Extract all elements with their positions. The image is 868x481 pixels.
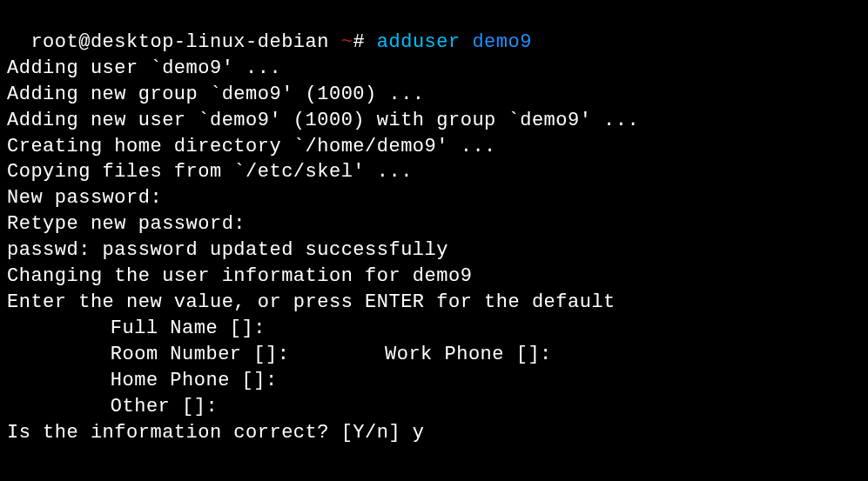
field-label: Other []: xyxy=(111,396,218,418)
prompt-tilde: ~ xyxy=(341,31,353,53)
field-other: Other []: xyxy=(7,394,861,420)
field-label: Home Phone []: xyxy=(111,370,278,391)
output-line: Adding user `demo9' ... xyxy=(7,56,861,82)
field-label: Room Number []: xyxy=(111,344,290,365)
output-line: Adding new group `demo9' (1000) ... xyxy=(7,82,861,108)
command-arg: demo9 xyxy=(472,31,532,53)
field-room-work: Room Number []: Work Phone []: xyxy=(7,342,861,368)
prompt-user-host: root@desktop-linux-debian xyxy=(30,31,340,53)
output-line: passwd: password updated successfully xyxy=(7,237,861,264)
output-line: Copying files from `/etc/skel' ... xyxy=(7,159,861,185)
command: adduser xyxy=(377,31,473,53)
prompt-hash: # xyxy=(353,31,376,53)
field-label: Work Phone []: xyxy=(385,344,552,365)
field-label: Full Name []: xyxy=(111,317,266,339)
output-line: Changing the user information for demo9 xyxy=(7,264,861,290)
output-line: Retype new password: xyxy=(7,211,861,237)
field-home-phone: Home Phone []: xyxy=(7,368,861,394)
prompt-line: root@desktop-linux-debian ~# adduser dem… xyxy=(7,3,861,56)
output-line: Enter the new value, or press ENTER for … xyxy=(7,290,861,316)
confirm-line[interactable]: Is the information correct? [Y/n] y xyxy=(7,420,861,446)
output-line: Creating home directory `/home/demo9' ..… xyxy=(7,134,861,160)
output-line: Adding new user `demo9' (1000) with grou… xyxy=(7,108,861,134)
output-line: New password: xyxy=(7,185,861,211)
field-full-name: Full Name []: xyxy=(7,316,861,342)
